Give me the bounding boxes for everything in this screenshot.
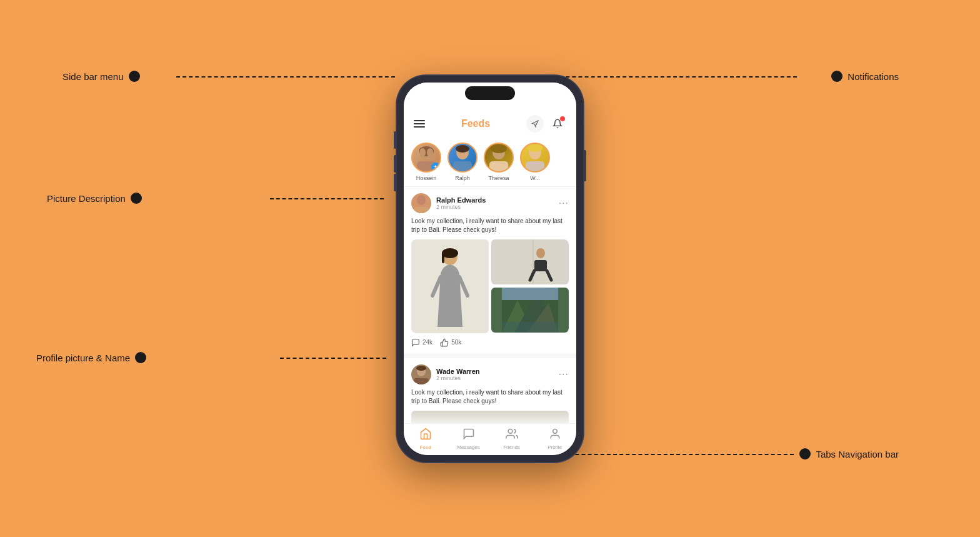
post-comments-count: 24k bbox=[422, 339, 432, 346]
post-time-ralph: 2 minutes bbox=[436, 204, 486, 210]
tabs-nav-annotation: Tabs Navigation bar bbox=[799, 448, 899, 459]
nav-label-feed: Feed bbox=[419, 444, 431, 450]
profile-icon bbox=[549, 428, 561, 443]
svg-point-5 bbox=[427, 148, 433, 157]
post-user-info-wade: Wade Warren 2 minutes bbox=[436, 368, 479, 381]
post-name-ralph: Ralph Edwards bbox=[436, 196, 486, 204]
sidebar-dashed-line bbox=[176, 76, 395, 78]
picture-description-annotation: Picture Description bbox=[47, 193, 142, 204]
nav-friends[interactable]: Friends bbox=[490, 428, 533, 450]
post-more-ralph[interactable]: ··· bbox=[559, 198, 569, 209]
nav-feed[interactable]: Feed bbox=[404, 428, 447, 450]
story-avatar-hossein: + bbox=[411, 143, 441, 173]
svg-rect-10 bbox=[489, 161, 508, 173]
svg-rect-36 bbox=[414, 378, 429, 384]
notification-badge bbox=[560, 116, 565, 121]
menu-line-2 bbox=[414, 123, 425, 124]
post-images-ralph bbox=[411, 239, 569, 333]
phone-mockup: Feeds bbox=[396, 75, 584, 463]
nav-messages[interactable]: Messages bbox=[447, 428, 490, 450]
post-header-ralph: Ralph Edwards 2 minutes ··· bbox=[411, 193, 569, 213]
post-user-info-ralph: Ralph Edwards 2 minutes bbox=[436, 196, 486, 210]
nav-label-profile: Profile bbox=[548, 444, 562, 450]
post-likes-count: 50k bbox=[451, 339, 461, 346]
post-user-wade[interactable]: Wade Warren 2 minutes bbox=[411, 364, 479, 384]
svg-marker-0 bbox=[532, 121, 539, 127]
post-header-wade: Wade Warren 2 minutes ··· bbox=[411, 364, 569, 384]
sidebar-menu-annotation: Side bar menu bbox=[62, 71, 140, 82]
post-img-right-bottom bbox=[491, 288, 569, 333]
story-name-w: W... bbox=[530, 175, 540, 181]
post-user-ralph[interactable]: Ralph Edwards 2 minutes bbox=[411, 193, 486, 213]
story-name-theresa: Theresa bbox=[488, 175, 509, 181]
svg-rect-33 bbox=[502, 288, 558, 300]
friends-icon bbox=[506, 428, 518, 443]
story-name-hossein: Hossein bbox=[416, 175, 437, 181]
tabs-nav-dashed-line bbox=[550, 454, 794, 455]
feed-content: Ralph Edwards 2 minutes ··· Look my coll… bbox=[404, 187, 576, 423]
svg-rect-34 bbox=[502, 322, 558, 333]
svg-rect-13 bbox=[526, 161, 544, 173]
story-theresa[interactable]: Theresa bbox=[484, 143, 514, 181]
nav-profile[interactable]: Profile bbox=[533, 428, 576, 450]
annotation-text: Profile picture & Name bbox=[36, 353, 130, 363]
profile-dashed-line bbox=[280, 358, 386, 359]
post-avatar-wade bbox=[411, 364, 431, 384]
dynamic-island bbox=[465, 86, 515, 100]
nav-label-messages: Messages bbox=[457, 444, 479, 450]
annotation-dot bbox=[799, 448, 811, 459]
svg-rect-26 bbox=[534, 260, 547, 271]
annotation-dot bbox=[135, 352, 146, 363]
post-time-wade: 2 minutes bbox=[436, 375, 479, 381]
location-button[interactable] bbox=[526, 115, 544, 133]
post-text-ralph: Look my collection, i really want to sha… bbox=[411, 217, 569, 234]
annotation-dot bbox=[831, 71, 842, 82]
menu-line-3 bbox=[414, 126, 425, 128]
post-img-left bbox=[411, 239, 489, 333]
picture-desc-dashed-line bbox=[270, 198, 384, 199]
annotation-text: Tabs Navigation bar bbox=[816, 449, 899, 459]
svg-rect-7 bbox=[453, 161, 472, 173]
story-avatar-ralph bbox=[448, 143, 478, 173]
svg-point-25 bbox=[536, 248, 545, 258]
post-more-wade[interactable]: ··· bbox=[559, 369, 569, 380]
phone-frame: Feeds bbox=[396, 75, 584, 463]
header-right-buttons bbox=[526, 115, 566, 133]
post-avatar-ralph bbox=[411, 193, 431, 213]
svg-point-38 bbox=[508, 429, 512, 433]
svg-point-8 bbox=[456, 145, 469, 153]
post-comments-action[interactable]: 24k bbox=[411, 338, 432, 347]
post-ralph-edwards: Ralph Edwards 2 minutes ··· Look my coll… bbox=[404, 187, 576, 353]
annotation-dot bbox=[129, 71, 140, 82]
messages-icon bbox=[462, 428, 475, 443]
annotation-text: Side bar menu bbox=[62, 71, 124, 82]
story-hossein[interactable]: + Hossein bbox=[411, 143, 441, 181]
story-avatar-w bbox=[520, 143, 550, 173]
notification-button[interactable] bbox=[549, 115, 566, 133]
story-w[interactable]: W... bbox=[520, 143, 550, 181]
profile-name-annotation: Profile picture & Name bbox=[36, 352, 146, 363]
stories-row: + Hossein Ralph bbox=[404, 138, 576, 187]
nav-label-friends: Friends bbox=[503, 444, 520, 450]
post-img-right-top bbox=[491, 239, 569, 284]
post-actions-ralph: 24k 50k bbox=[411, 338, 569, 347]
svg-point-39 bbox=[552, 429, 557, 433]
notifications-dashed-line bbox=[547, 76, 797, 78]
feed-icon bbox=[419, 428, 432, 443]
post-name-wade: Wade Warren bbox=[436, 368, 479, 375]
svg-point-15 bbox=[417, 195, 426, 205]
svg-point-14 bbox=[528, 144, 542, 152]
post-text-wade: Look my collection, i really want to sha… bbox=[411, 388, 569, 406]
svg-rect-22 bbox=[442, 253, 444, 263]
story-ralph[interactable]: Ralph bbox=[448, 143, 478, 181]
sidebar-menu-button[interactable] bbox=[414, 120, 425, 128]
bottom-nav: Feed Messages bbox=[404, 423, 576, 455]
phone-screen: Feeds bbox=[404, 83, 576, 455]
notifications-annotation: Notifications bbox=[831, 71, 899, 82]
post-wade-warren: Wade Warren 2 minutes ··· Look my collec… bbox=[404, 358, 576, 423]
menu-line-1 bbox=[414, 120, 425, 121]
story-avatar-theresa bbox=[484, 143, 514, 173]
add-story-badge: + bbox=[431, 163, 440, 171]
post-likes-action[interactable]: 50k bbox=[440, 338, 461, 347]
svg-rect-16 bbox=[414, 207, 429, 213]
